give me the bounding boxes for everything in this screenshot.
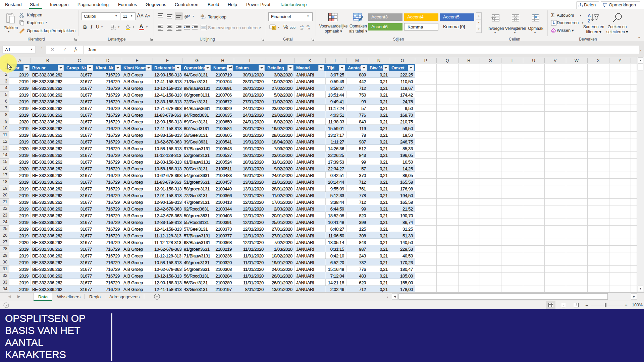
svg-text:→0: →0 xyxy=(306,27,310,30)
svg-text:.00: .00 xyxy=(300,27,303,30)
svg-text:ab: ab xyxy=(184,13,189,19)
svg-text:$: $ xyxy=(273,26,275,29)
svg-text:Z: Z xyxy=(588,18,590,23)
svg-text:A: A xyxy=(588,13,591,18)
svg-text:ab: ab xyxy=(201,14,204,17)
